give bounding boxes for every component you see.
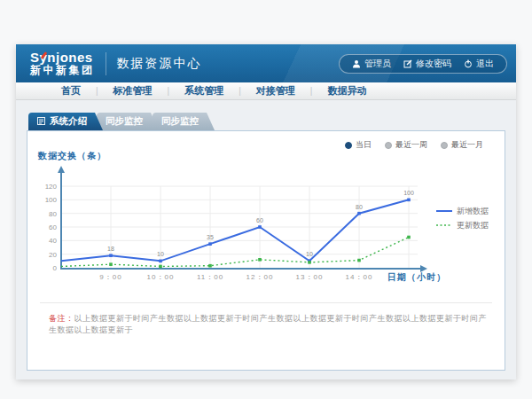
radio-today[interactable]: 当日 [345, 139, 372, 151]
power-icon [464, 59, 473, 68]
user-menu: 管理员 修改密码 退出 [339, 54, 507, 74]
content-area: 系统介绍 同步监控 同步监控 当日 最近一周 [16, 100, 516, 371]
app-header: Synjones 新中新集团 数据资源中心 管理员 修改密码 [16, 44, 516, 82]
svg-text:60: 60 [49, 223, 57, 231]
svg-text:80: 80 [356, 204, 363, 210]
y-axis-title: 数据交换（条） [38, 150, 106, 162]
tab-label: 同步监控 [161, 115, 199, 128]
svg-text:12：00: 12：00 [246, 273, 274, 281]
document-icon [37, 116, 45, 127]
svg-text:60: 60 [256, 217, 263, 223]
company-logo: Synjones 新中新集团 [30, 51, 95, 75]
nav-item-standard-mgmt[interactable]: 标准管理 [98, 84, 168, 98]
nav-item-system-mgmt[interactable]: 系统管理 [169, 84, 239, 98]
svg-text:120: 120 [45, 183, 58, 191]
svg-text:0: 0 [53, 264, 58, 272]
radio-last-month[interactable]: 最近一月 [441, 139, 483, 151]
change-password-label: 修改密码 [416, 58, 451, 70]
nav-item-interface-mgmt[interactable]: 对接管理 [241, 84, 310, 98]
svg-text:日期（小时）: 日期（小时） [387, 272, 446, 282]
radio-dot-icon [345, 142, 352, 149]
svg-text:10: 10 [157, 251, 164, 257]
svg-text:10: 10 [306, 251, 313, 257]
svg-text:80: 80 [49, 210, 57, 218]
svg-text:9：00: 9：00 [99, 273, 121, 281]
tab-sync-monitor-1[interactable]: 同步监控 [97, 113, 159, 130]
nav-item-data-change[interactable]: 数据异动 [312, 84, 381, 98]
radio-dot-icon [441, 142, 448, 149]
current-user-button[interactable]: 管理员 [352, 58, 391, 70]
time-range-filter: 当日 最近一周 最近一月 [345, 139, 483, 151]
svg-text:100: 100 [45, 196, 58, 204]
main-nav: 首页 | 标准管理 | 系统管理 | 对接管理 | 数据异动 [16, 82, 516, 100]
svg-text:40: 40 [49, 237, 57, 245]
svg-text:更新数据: 更新数据 [457, 221, 489, 230]
note-label: 备注 [49, 314, 66, 323]
header-divider [106, 52, 106, 75]
user-icon [352, 59, 361, 68]
radio-label: 最近一周 [395, 139, 427, 151]
svg-text:35: 35 [207, 234, 214, 240]
radio-label: 当日 [356, 139, 372, 151]
line-chart: 0204060801001209：0010：0011：0012：0013：001… [35, 165, 503, 298]
logout-button[interactable]: 退出 [464, 58, 494, 70]
svg-text:新增数据: 新增数据 [457, 207, 489, 215]
change-password-button[interactable]: 修改密码 [403, 58, 451, 70]
note-divider [40, 302, 492, 303]
tab-system-intro[interactable]: 系统介绍 [28, 113, 103, 130]
svg-text:100: 100 [403, 190, 414, 196]
logout-label: 退出 [476, 58, 494, 70]
svg-text:11：00: 11：00 [197, 273, 223, 281]
logo-company: 新中新集团 [30, 65, 95, 76]
radio-last-week[interactable]: 最近一周 [385, 139, 427, 151]
svg-text:14：00: 14：00 [346, 273, 373, 281]
radio-dot-icon [385, 142, 392, 149]
tab-label: 系统介绍 [50, 115, 87, 128]
chart-panel: 当日 最近一周 最近一月 数据交换（条） 0204060801001209：00… [27, 130, 505, 371]
svg-text:13：00: 13：00 [296, 273, 324, 281]
page-title: 数据资源中心 [117, 56, 202, 72]
tab-bar: 系统介绍 同步监控 同步监控 [28, 113, 505, 130]
note-text: 以上数据更新于时间产生数据以上数据更新于时间产生数据以上数据更新于时间产生数据以… [49, 314, 487, 334]
user-label: 管理员 [364, 58, 391, 70]
tab-label: 同步监控 [106, 115, 143, 128]
svg-text:20: 20 [49, 251, 57, 259]
footer-note: 备注：以上数据更新于时间产生数据以上数据更新于时间产生数据以上数据更新于时间产生… [49, 313, 492, 336]
radio-label: 最近一月 [451, 139, 483, 151]
svg-text:10：00: 10：00 [147, 273, 175, 281]
svg-text:18: 18 [107, 246, 114, 252]
tab-sync-monitor-2[interactable]: 同步监控 [153, 113, 215, 130]
note-colon: ： [66, 314, 74, 323]
nav-item-home[interactable]: 首页 [46, 84, 96, 98]
edit-icon [403, 59, 412, 68]
app-window: Synjones 新中新集团 数据资源中心 管理员 修改密码 [16, 44, 516, 379]
